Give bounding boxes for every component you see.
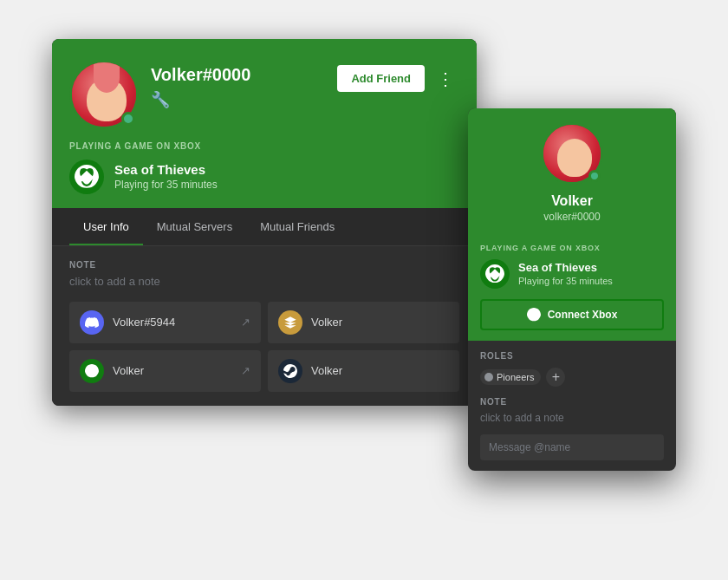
header-info: Volker#0000 🔧 <box>151 60 250 109</box>
tab-user-info[interactable]: User Info <box>69 208 143 245</box>
xbox-activity-section: PLAYING A GAME ON XBOX Sea of Thieves Pl… <box>52 129 477 208</box>
note-label: NOTE <box>69 260 459 270</box>
add-friend-button[interactable]: Add Friend <box>337 65 425 92</box>
online-status-dot <box>121 112 135 126</box>
mini-note-input[interactable]: click to add a note <box>480 412 664 424</box>
message-input[interactable]: Message @name <box>480 434 664 460</box>
mini-body: ROLES Pioneers + NOTE click to add a not… <box>468 341 676 471</box>
connection-xbox[interactable]: Volker ↗ <box>69 350 261 392</box>
role-name: Pioneers <box>497 372 534 382</box>
mini-activity-row: Sea of Thieves Playing for 35 minutes <box>480 259 664 289</box>
avatar-wrap <box>69 60 139 129</box>
discord-connection-name: Volker#5944 <box>113 316 232 329</box>
mini-online-dot <box>588 170 601 182</box>
mini-activity-game-name: Sea of Thieves <box>518 261 613 274</box>
external-link-icon: ↗ <box>241 316 250 329</box>
connection-steam[interactable]: Volker <box>268 350 459 392</box>
league-icon <box>278 310 302 335</box>
mini-avatar-wrap <box>541 122 603 185</box>
activity-game-name: Sea of Thieves <box>114 162 218 177</box>
tabs-bar: User Info Mutual Servers Mutual Friends <box>52 208 477 246</box>
mini-activity-label: PLAYING A GAME ON XBOX <box>480 244 664 252</box>
card-mini: Volker volker#0000 PLAYING A GAME ON XBO… <box>468 108 676 471</box>
connection-league[interactable]: Volker <box>268 302 459 343</box>
tab-mutual-friends[interactable]: Mutual Friends <box>246 208 348 245</box>
mini-activity-playing-time: Playing for 35 minutes <box>518 276 613 286</box>
roles-label: ROLES <box>480 351 664 361</box>
external-link-icon-2: ↗ <box>241 364 250 377</box>
connections-grid: Volker#5944 ↗ Volker Volker ↗ <box>69 302 459 392</box>
xbox-connection-name: Volker <box>113 364 232 377</box>
mini-note-label: NOTE <box>480 397 664 407</box>
steam-icon <box>278 359 302 383</box>
header-top: Volker#0000 🔧 Add Friend ⋮ <box>69 60 459 129</box>
username: Volker#0000 <box>151 65 250 85</box>
scene: Volker#0000 🔧 Add Friend ⋮ PLAYING A GAM… <box>52 39 676 542</box>
connection-discord[interactable]: Volker#5944 ↗ <box>69 302 261 343</box>
header-left: Volker#0000 🔧 <box>69 60 250 129</box>
note-input[interactable]: click to add a note <box>69 275 459 288</box>
roles-row: Pioneers + <box>480 368 664 387</box>
xbox-logo-icon <box>69 160 104 194</box>
activity-label: PLAYING A GAME ON XBOX <box>69 141 459 151</box>
tab-mutual-servers[interactable]: Mutual Servers <box>143 208 246 245</box>
mini-activity-text: Sea of Thieves Playing for 35 minutes <box>518 261 613 286</box>
card-body: NOTE click to add a note Volker#5944 ↗ <box>52 246 477 406</box>
mini-activity-section: PLAYING A GAME ON XBOX Sea of Thieves Pl… <box>468 233 676 341</box>
discord-icon <box>80 310 104 335</box>
activity-text: Sea of Thieves Playing for 35 minutes <box>114 162 218 191</box>
card-main: Volker#0000 🔧 Add Friend ⋮ PLAYING A GAM… <box>52 39 477 406</box>
add-role-button[interactable]: + <box>546 368 565 387</box>
more-options-button[interactable]: ⋮ <box>432 65 459 93</box>
card-mini-header: Volker volker#0000 <box>468 108 676 233</box>
card-main-header: Volker#0000 🔧 Add Friend ⋮ <box>52 39 477 129</box>
header-actions: Add Friend ⋮ <box>337 60 459 93</box>
xbox-connection-icon <box>80 359 104 383</box>
mini-username: Volker <box>551 193 593 209</box>
role-badge-pioneers: Pioneers <box>480 369 541 385</box>
connect-xbox-button[interactable]: Connect Xbox <box>480 299 664 330</box>
steam-connection-name: Volker <box>311 364 449 377</box>
role-dot <box>484 373 493 381</box>
note-section: NOTE click to add a note <box>69 260 459 288</box>
mini-discriminator: volker#0000 <box>543 211 600 223</box>
tools-icon: 🔧 <box>151 90 250 109</box>
activity-row: Sea of Thieves Playing for 35 minutes <box>69 160 459 194</box>
activity-playing-time: Playing for 35 minutes <box>114 179 218 191</box>
league-connection-name: Volker <box>311 316 449 329</box>
connect-xbox-label: Connect Xbox <box>548 309 618 321</box>
mini-xbox-logo-icon <box>480 259 510 289</box>
